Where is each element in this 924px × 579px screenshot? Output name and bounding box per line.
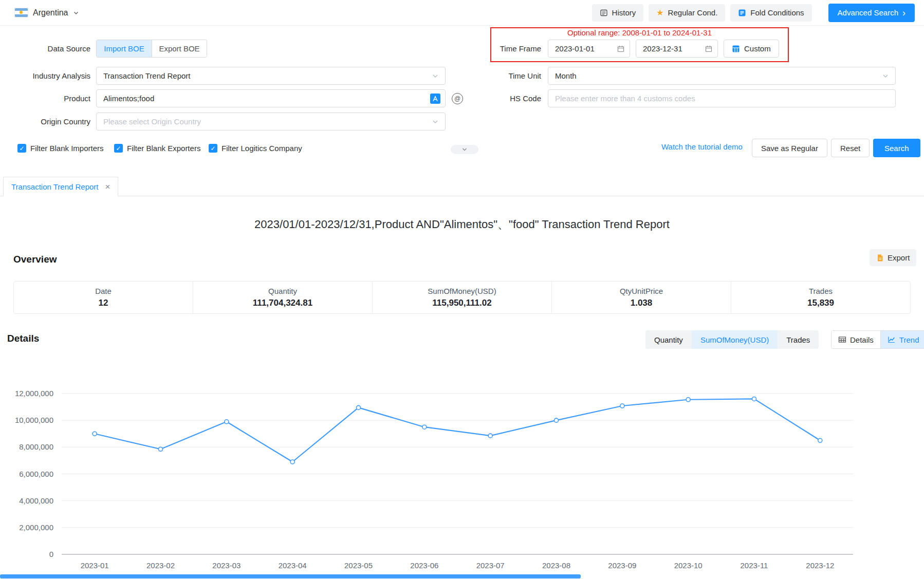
view-tab-details[interactable]: Details <box>831 331 880 348</box>
stat-label: Quantity <box>268 287 297 295</box>
tutorial-demo-link[interactable]: Watch the tutorial demo <box>661 142 743 151</box>
regular-cond-label: Regular Cond. <box>668 8 718 17</box>
origin-country-label: Origin Country <box>0 113 90 130</box>
industry-analysis-select[interactable]: Transaction Trend Report <box>96 67 446 85</box>
svg-text:0: 0 <box>49 550 53 558</box>
hs-code-label: HS Code <box>452 89 541 107</box>
report-title: 2023/01/01-2023/12/31,Product AND"Alimen… <box>0 217 924 232</box>
stat-trades: Trades 15,839 <box>731 282 910 313</box>
details-heading: Details <box>7 333 39 344</box>
svg-text:2023-03: 2023-03 <box>212 561 241 570</box>
top-actions: History ★ Regular Cond. Fold Conditions … <box>592 4 915 22</box>
time-unit-select[interactable]: Month <box>548 67 896 85</box>
svg-text:2023-02: 2023-02 <box>146 561 175 570</box>
svg-text:2023-01: 2023-01 <box>81 561 109 570</box>
origin-country-select[interactable]: Please select Origin Country <box>96 113 446 130</box>
view-trend-label: Trend <box>899 335 919 344</box>
export-button[interactable]: Export <box>870 249 916 266</box>
close-icon[interactable]: × <box>105 182 110 191</box>
checkbox-checked-icon: ✓ <box>114 144 123 153</box>
product-input[interactable] <box>97 90 445 107</box>
svg-text:2023-10: 2023-10 <box>674 561 703 570</box>
metric-tabs: Quantity SumOfMoney(USD) Trades <box>645 330 819 349</box>
report-panel: 2023/01/01-2023/12/31,Product AND"Alimen… <box>0 196 924 579</box>
svg-text:10,000,000: 10,000,000 <box>15 416 53 424</box>
argentina-flag-icon <box>14 8 28 17</box>
export-boe-toggle[interactable]: Export BOE <box>152 40 207 57</box>
export-file-icon <box>876 254 884 262</box>
industry-analysis-value: Transaction Trend Report <box>103 71 191 80</box>
time-unit-label: Time Unit <box>452 67 541 85</box>
chevron-down-icon <box>432 72 439 80</box>
metric-tab-sumofmoney[interactable]: SumOfMoney(USD) <box>692 330 778 349</box>
custom-label: Custom <box>744 44 771 53</box>
hs-code-field <box>548 89 896 107</box>
product-label: Product <box>0 89 90 107</box>
translate-icon[interactable] <box>430 94 440 104</box>
chevron-down-icon <box>432 118 439 125</box>
stat-value: 15,839 <box>807 298 834 308</box>
metric-tab-trades[interactable]: Trades <box>778 330 819 349</box>
advanced-search-button[interactable]: Advanced Search › <box>828 4 915 22</box>
calendar-icon[interactable] <box>617 45 625 53</box>
svg-text:2023-04: 2023-04 <box>279 561 307 570</box>
table-icon <box>838 335 846 344</box>
stat-label: SumOfMoney(USD) <box>428 287 496 295</box>
save-as-regular-button[interactable]: Save as Regular <box>752 139 827 157</box>
history-button[interactable]: History <box>592 4 644 22</box>
stat-value: 12 <box>99 298 108 308</box>
svg-text:2023-06: 2023-06 <box>410 561 438 570</box>
tab-transaction-trend-report[interactable]: Transaction Trend Report × <box>3 177 118 196</box>
history-label: History <box>612 8 636 17</box>
svg-text:2023-05: 2023-05 <box>344 561 373 570</box>
hs-code-input[interactable] <box>548 90 895 107</box>
filter-blank-importers-label: Filter Blank Importers <box>30 144 104 153</box>
stat-sumofmoney: SumOfMoney(USD) 115,950,111.02 <box>372 282 551 313</box>
import-boe-toggle[interactable]: Import BOE <box>97 40 152 57</box>
fold-conditions-label: Fold Conditions <box>750 8 804 17</box>
stat-value: 115,950,111.02 <box>432 298 491 308</box>
search-button[interactable]: Search <box>873 139 920 157</box>
report-tabbar: Transaction Trend Report × <box>0 176 924 196</box>
expand-conditions-button[interactable] <box>451 145 478 154</box>
product-field <box>96 89 446 107</box>
filter-blank-exporters-label: Filter Blank Exporters <box>127 144 200 153</box>
svg-text:4,000,000: 4,000,000 <box>19 496 53 505</box>
country-selector[interactable]: Argentina <box>14 8 79 17</box>
custom-range-icon <box>732 45 740 53</box>
fold-conditions-button[interactable]: Fold Conditions <box>730 4 811 22</box>
svg-text:2023-09: 2023-09 <box>608 561 636 570</box>
custom-range-button[interactable]: Custom <box>724 40 779 58</box>
view-details-label: Details <box>850 335 874 344</box>
origin-country-placeholder: Please select Origin Country <box>103 117 201 126</box>
trend-chart[interactable]: 02,000,0004,000,0006,000,0008,000,00010,… <box>0 349 924 575</box>
stat-label: Date <box>95 287 112 295</box>
filter-logitics-company-checkbox[interactable]: ✓ Filter Logitics Company <box>209 144 302 153</box>
stat-qtyunitprice: QtyUnitPrice 1.038 <box>551 282 731 313</box>
svg-text:6,000,000: 6,000,000 <box>19 470 53 478</box>
svg-text:2,000,000: 2,000,000 <box>19 523 53 532</box>
svg-text:12,000,000: 12,000,000 <box>15 389 53 398</box>
metric-tab-quantity[interactable]: Quantity <box>645 330 692 349</box>
advanced-search-label: Advanced Search <box>838 8 898 17</box>
view-tab-trend[interactable]: Trend <box>880 331 924 348</box>
reset-button[interactable]: Reset <box>831 139 870 157</box>
data-source-toggle: Import BOE Export BOE <box>96 40 207 58</box>
calendar-icon[interactable] <box>705 45 713 53</box>
checkbox-checked-icon: ✓ <box>17 144 26 153</box>
history-icon <box>600 9 608 17</box>
filter-logitics-company-label: Filter Logitics Company <box>221 144 302 153</box>
stat-value: 1.038 <box>631 298 653 308</box>
stat-label: Trades <box>809 287 833 295</box>
chevron-right-icon: › <box>902 8 905 17</box>
horizontal-scrollbar[interactable] <box>0 574 581 578</box>
svg-text:8,000,000: 8,000,000 <box>19 442 53 451</box>
regular-cond-button[interactable]: ★ Regular Cond. <box>649 4 725 22</box>
stat-value: 111,704,324.81 <box>253 298 312 308</box>
filter-blank-exporters-checkbox[interactable]: ✓ Filter Blank Exporters <box>114 144 200 153</box>
svg-text:2023-08: 2023-08 <box>542 561 570 570</box>
date-to-field <box>636 40 718 58</box>
view-tabs: Details Trend <box>831 330 924 349</box>
filter-blank-importers-checkbox[interactable]: ✓ Filter Blank Importers <box>17 144 104 153</box>
svg-text:2023-12: 2023-12 <box>806 561 834 570</box>
